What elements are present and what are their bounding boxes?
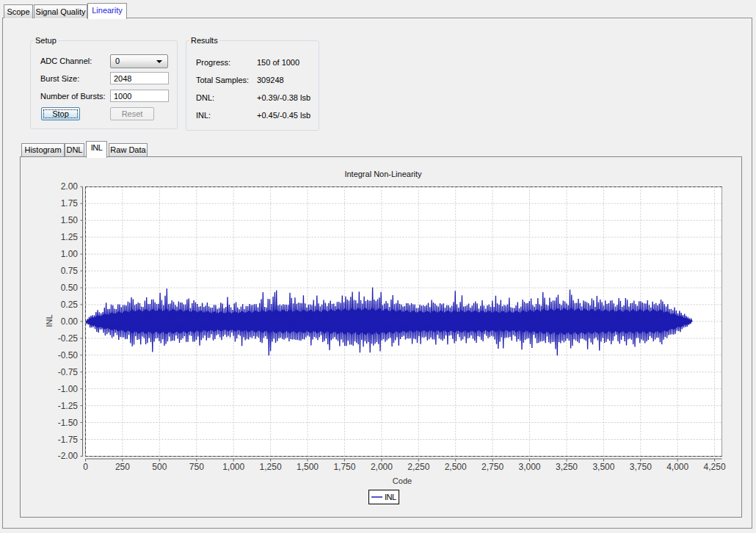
svg-text:1.00: 1.00	[61, 249, 79, 259]
svg-text:0.25: 0.25	[61, 300, 79, 310]
svg-text:2,000: 2,000	[371, 462, 393, 472]
svg-text:3,000: 3,000	[518, 462, 540, 472]
svg-text:2,500: 2,500	[445, 462, 467, 472]
svg-text:750: 750	[189, 462, 204, 472]
svg-text:Integral Non-Linearity: Integral Non-Linearity	[344, 170, 422, 178]
svg-text:-1.50: -1.50	[58, 418, 79, 428]
svg-text:-0.25: -0.25	[58, 333, 79, 344]
svg-text:1,000: 1,000	[222, 462, 244, 472]
svg-text:1.50: 1.50	[61, 215, 79, 225]
svg-text:INL: INL	[45, 314, 54, 327]
svg-text:-1.25: -1.25	[58, 401, 79, 411]
svg-text:0.50: 0.50	[61, 283, 79, 293]
svg-text:0: 0	[83, 462, 88, 472]
svg-text:-2.00: -2.00	[58, 451, 79, 461]
svg-text:3,500: 3,500	[592, 462, 614, 472]
svg-text:500: 500	[152, 462, 167, 472]
svg-text:-1.00: -1.00	[58, 384, 79, 394]
svg-text:1,500: 1,500	[297, 462, 319, 472]
svg-text:Code: Code	[393, 476, 412, 485]
svg-text:2.00: 2.00	[61, 181, 79, 192]
svg-text:1,250: 1,250	[260, 462, 282, 472]
svg-text:3,250: 3,250	[556, 462, 578, 472]
svg-text:-1.75: -1.75	[58, 435, 79, 445]
svg-text:2,750: 2,750	[481, 462, 504, 472]
svg-text:4,000: 4,000	[666, 462, 688, 472]
svg-text:1.75: 1.75	[61, 198, 79, 209]
svg-text:INL: INL	[385, 493, 396, 501]
svg-text:4,250: 4,250	[704, 462, 726, 472]
svg-text:-0.50: -0.50	[58, 350, 79, 360]
svg-text:2,250: 2,250	[407, 462, 429, 472]
svg-text:1,750: 1,750	[333, 462, 355, 472]
svg-text:3,750: 3,750	[630, 462, 652, 472]
svg-text:0.75: 0.75	[61, 266, 79, 276]
svg-text:1.25: 1.25	[61, 232, 79, 242]
svg-text:-0.75: -0.75	[58, 367, 79, 377]
svg-text:250: 250	[115, 462, 130, 472]
svg-text:0.00: 0.00	[61, 316, 79, 327]
